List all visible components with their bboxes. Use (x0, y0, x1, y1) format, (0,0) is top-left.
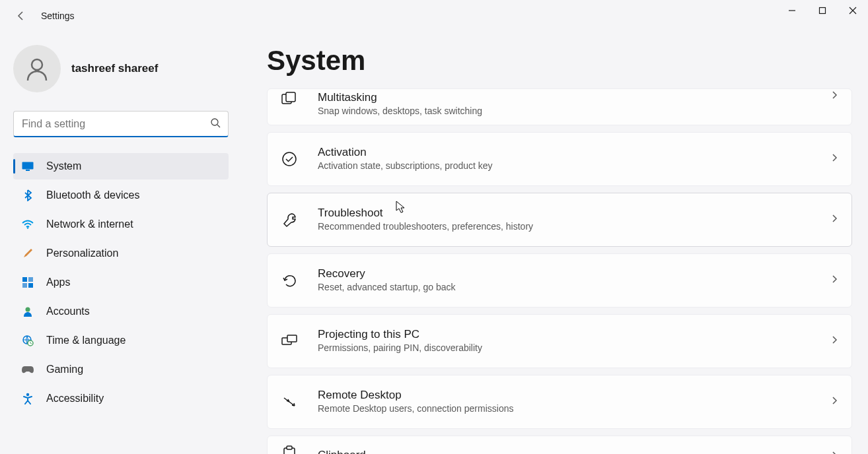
card-subtitle: Recommended troubleshooters, preferences… (318, 220, 830, 234)
apps-icon (21, 276, 34, 289)
avatar (13, 45, 61, 92)
sidebar-item-label: Accounts (46, 306, 90, 317)
sidebar-item-time[interactable]: Time & language (13, 327, 229, 354)
sidebar-item-accessibility[interactable]: Accessibility (13, 385, 229, 412)
search-input[interactable] (13, 111, 229, 137)
card-title: Clipboard (318, 448, 830, 454)
globe-clock-icon (21, 334, 34, 347)
sidebar-item-label: Gaming (46, 364, 83, 375)
sidebar-item-gaming[interactable]: Gaming (13, 356, 229, 383)
projecting-icon (281, 333, 298, 350)
svg-rect-6 (26, 170, 30, 171)
svg-rect-11 (28, 283, 33, 288)
sidebar-item-label: Personalization (46, 247, 118, 259)
recovery-icon (281, 272, 298, 289)
wifi-icon (21, 218, 34, 231)
sidebar-item-label: Bluetooth & devices (46, 189, 139, 201)
chevron-right-icon (830, 153, 838, 165)
svg-rect-10 (22, 283, 27, 288)
sidebar-item-label: Accessibility (46, 393, 104, 405)
sidebar-item-label: System (46, 160, 81, 172)
accessibility-icon (21, 392, 34, 405)
card-title: Multitasking (318, 90, 830, 105)
svg-rect-8 (22, 277, 27, 282)
svg-point-15 (26, 393, 29, 396)
search-icon (210, 117, 221, 131)
app-title: Settings (41, 11, 75, 21)
card-subtitle: Permissions, pairing PIN, discoverabilit… (318, 342, 830, 355)
check-circle-icon (281, 150, 298, 168)
svg-point-7 (27, 227, 28, 228)
minimize-icon (788, 7, 796, 15)
card-subtitle: Snap windows, desktops, task switching (318, 105, 830, 118)
user-name: tashreef shareef (71, 62, 158, 75)
close-icon (849, 7, 857, 15)
card-activation[interactable]: Activation Activation state, subscriptio… (267, 132, 852, 186)
maximize-icon (818, 7, 826, 15)
nav: System Bluetooth & devices Network & int… (13, 153, 229, 412)
user-icon (24, 55, 50, 82)
page-title: System (267, 45, 852, 77)
sidebar-item-accounts[interactable]: Accounts (13, 298, 229, 325)
chevron-right-icon (830, 90, 838, 102)
main-content: System Multitasking Snap windows, deskto… (238, 32, 868, 454)
chevron-right-icon (830, 275, 838, 286)
search-wrap (13, 111, 229, 137)
svg-rect-17 (286, 92, 295, 102)
sidebar-item-label: Network & internet (46, 218, 133, 230)
window-controls (777, 0, 868, 21)
chevron-right-icon (830, 214, 838, 226)
card-title: Projecting to this PC (318, 327, 830, 342)
gamepad-icon (21, 363, 34, 376)
card-subtitle: Activation state, subscriptions, product… (318, 160, 830, 173)
multitasking-icon (281, 90, 298, 108)
card-clipboard[interactable]: Clipboard (267, 436, 852, 454)
remote-desktop-icon (281, 393, 298, 410)
sidebar-item-personalization[interactable]: Personalization (13, 240, 229, 267)
display-icon (21, 160, 34, 173)
card-projecting[interactable]: Projecting to this PC Permissions, pairi… (267, 314, 852, 368)
close-button[interactable] (838, 0, 868, 21)
svg-line-4 (217, 125, 220, 127)
chevron-right-icon (830, 335, 838, 347)
card-subtitle: Reset, advanced startup, go back (318, 281, 830, 294)
sidebar-item-system[interactable]: System (13, 153, 229, 179)
sidebar-item-bluetooth[interactable]: Bluetooth & devices (13, 182, 229, 209)
user-profile[interactable]: tashreef shareef (13, 45, 229, 92)
svg-rect-9 (28, 277, 33, 282)
chevron-right-icon (830, 396, 838, 408)
person-icon (21, 305, 34, 318)
sidebar-item-apps[interactable]: Apps (13, 269, 229, 296)
svg-point-18 (283, 152, 296, 166)
sidebar: tashreef shareef System Bluetooth & devi… (0, 32, 238, 454)
maximize-button[interactable] (807, 0, 838, 21)
svg-point-3 (211, 119, 218, 125)
sidebar-item-label: Apps (46, 276, 70, 288)
card-multitasking[interactable]: Multitasking Snap windows, desktops, tas… (267, 88, 852, 125)
chevron-right-icon (830, 451, 838, 454)
wrench-icon (281, 211, 298, 228)
svg-point-12 (26, 308, 30, 312)
card-title: Troubleshoot (318, 206, 830, 220)
sidebar-item-network[interactable]: Network & internet (13, 211, 229, 238)
clipboard-icon (281, 445, 298, 454)
back-button[interactable] (13, 8, 29, 24)
svg-rect-22 (287, 446, 292, 449)
card-recovery[interactable]: Recovery Reset, advanced startup, go bac… (267, 253, 852, 308)
arrow-left-icon (16, 11, 26, 21)
svg-rect-1 (820, 8, 826, 14)
svg-rect-5 (22, 162, 34, 170)
settings-cards: Multitasking Snap windows, desktops, tas… (267, 88, 852, 454)
svg-rect-20 (287, 335, 297, 342)
bluetooth-icon (21, 189, 34, 202)
card-title: Recovery (318, 267, 830, 281)
svg-point-2 (32, 59, 42, 70)
card-title: Remote Desktop (318, 388, 830, 403)
sidebar-item-label: Time & language (46, 335, 126, 346)
card-troubleshoot[interactable]: Troubleshoot Recommended troubleshooters… (267, 193, 852, 247)
paintbrush-icon (21, 247, 34, 260)
card-remote-desktop[interactable]: Remote Desktop Remote Desktop users, con… (267, 375, 852, 429)
titlebar: Settings (0, 0, 868, 32)
card-title: Activation (318, 145, 830, 160)
minimize-button[interactable] (777, 0, 807, 21)
